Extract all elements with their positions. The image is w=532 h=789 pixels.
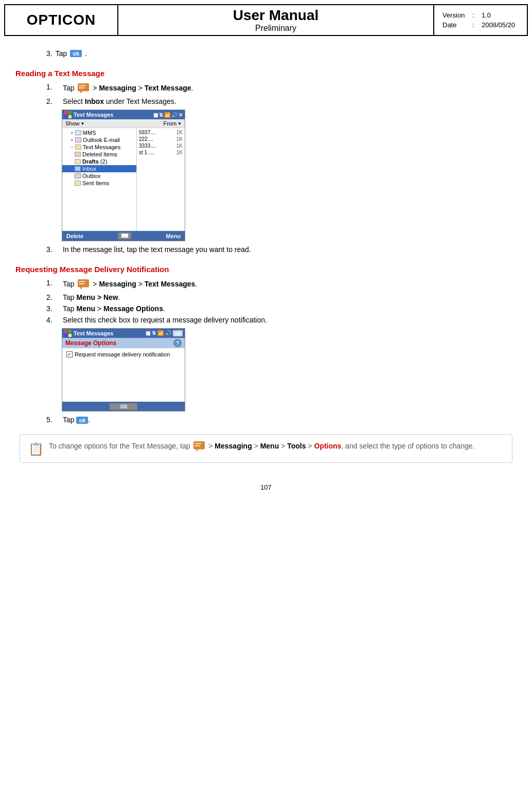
svg-rect-2 bbox=[79, 85, 86, 86]
section2-step1: 1. Tap > Messaging > Text Messages. bbox=[46, 279, 517, 290]
right-item-4: st 1 .... 1K bbox=[137, 149, 185, 156]
section2-step4: 4. Select this check box to request a me… bbox=[46, 316, 517, 324]
tree-item-deleted[interactable]: Deleted Items bbox=[62, 151, 136, 158]
delivery-notification-checkbox[interactable]: ✓ bbox=[66, 351, 73, 357]
step-tap-suffix: . bbox=[85, 49, 87, 58]
s2-step1-content: Tap > Messaging > Text Messages. bbox=[63, 279, 517, 290]
section1-step3: 3. In the message list, tap the text mes… bbox=[46, 245, 517, 254]
svg-rect-6 bbox=[64, 115, 67, 118]
plus-icon: + bbox=[70, 137, 74, 143]
plus-icon: + bbox=[70, 130, 74, 136]
windows-start-icon bbox=[64, 111, 72, 118]
s2-step4-num: 4. bbox=[46, 316, 60, 324]
s2-step1-num: 1. bbox=[46, 279, 60, 287]
s2-step2-content: Tap Menu > New. bbox=[63, 293, 517, 301]
ss-right-panel: 5937.... 1K 222.... 1K 3333.... 1K st 1 … bbox=[137, 128, 185, 231]
tree-item-drafts[interactable]: Drafts (2) bbox=[62, 158, 136, 165]
screenshot-message-options: Text Messages ▦ ⇅ 📶 🔊 ok Message Options… bbox=[62, 328, 517, 411]
ss-toolbar: Show ▼ From ▼ bbox=[62, 119, 185, 128]
ss-opt-spacer bbox=[62, 361, 185, 402]
svg-rect-19 bbox=[195, 445, 201, 446]
step3-content: In the message list, tap the text messag… bbox=[63, 245, 517, 254]
options-highlight: Options bbox=[314, 442, 341, 450]
show-dropdown[interactable]: Show ▼ bbox=[65, 120, 84, 127]
svg-rect-11 bbox=[79, 283, 85, 284]
ok-button-step5: ok bbox=[76, 417, 88, 424]
screenshot-options-window: Text Messages ▦ ⇅ 📶 🔊 ok Message Options… bbox=[62, 328, 185, 411]
tree-item-outbox[interactable]: Outbox bbox=[62, 172, 136, 180]
svg-rect-14 bbox=[64, 334, 67, 337]
date-value: 2008/05/20 bbox=[482, 21, 515, 29]
page-header: OPTICON User Manual Preliminary Version … bbox=[4, 4, 528, 36]
section2-heading: Requesting Message Delivery Notification bbox=[15, 265, 517, 274]
messaging-icon-2 bbox=[78, 279, 89, 290]
title-main: User Manual bbox=[233, 7, 319, 24]
svg-rect-16 bbox=[193, 441, 205, 449]
version-row: Version : 1.0 bbox=[442, 11, 519, 19]
s2-step3-num: 3. bbox=[46, 304, 60, 313]
page-number: 107 bbox=[0, 483, 532, 491]
ss-opt-titlebar: Text Messages ▦ ⇅ 📶 🔊 ok bbox=[62, 329, 185, 338]
svg-rect-13 bbox=[68, 330, 72, 333]
ss-opt-body: ✓ Request message delivery notification bbox=[62, 348, 185, 361]
s2-step5-num: 5. bbox=[46, 416, 60, 424]
section1-step1: 1. Tap > Messaging > Text Message. bbox=[46, 83, 517, 94]
svg-rect-8 bbox=[78, 279, 89, 287]
date-label: Date bbox=[442, 21, 468, 29]
svg-marker-9 bbox=[80, 288, 82, 290]
tree-item-inbox[interactable]: Inbox bbox=[62, 165, 136, 172]
step-tap-ok: 3. Tap ok . bbox=[46, 49, 517, 58]
title-sub: Preliminary bbox=[255, 24, 296, 33]
document-title: User Manual Preliminary bbox=[118, 5, 434, 35]
right-item-1: 5937.... 1K bbox=[137, 129, 185, 136]
step-tap-text: Tap bbox=[56, 49, 67, 58]
windows-start-icon-2 bbox=[64, 330, 72, 337]
s2-step2-num: 2. bbox=[46, 293, 60, 301]
footer-menu[interactable]: Menu bbox=[166, 233, 181, 239]
help-icon[interactable]: ? bbox=[173, 339, 182, 347]
svg-rect-4 bbox=[64, 111, 67, 114]
svg-marker-17 bbox=[196, 450, 198, 452]
step3-num: 3. bbox=[46, 245, 60, 254]
tree-item-sent[interactable]: Sent Items bbox=[62, 180, 136, 187]
ss-opt-icons: ▦ ⇅ 📶 🔊 ok bbox=[146, 330, 183, 336]
section2-step2: 2. Tap Menu > New. bbox=[46, 293, 517, 301]
svg-rect-12 bbox=[64, 330, 67, 333]
footer-keyboard-icon: ⌨ bbox=[118, 232, 131, 239]
tree-item-outlook[interactable]: + Outlook E-mail bbox=[62, 136, 136, 144]
svg-rect-10 bbox=[79, 281, 86, 282]
ok-button-inline: ok bbox=[70, 50, 82, 57]
note-text: To change options for the Text Message, … bbox=[49, 441, 504, 452]
s2-step4-content: Select this check box to request a messa… bbox=[63, 316, 517, 324]
date-row: Date : 2008/05/20 bbox=[442, 21, 519, 29]
svg-rect-15 bbox=[68, 334, 72, 337]
ss-body: + MMS + Outlook E-mail − Text Messa bbox=[62, 128, 185, 231]
step2-content: Select Inbox under Text Messages. bbox=[63, 97, 517, 105]
version-sep: : bbox=[472, 11, 477, 19]
ss-tree: + MMS + Outlook E-mail − Text Messa bbox=[62, 128, 137, 231]
tree-item-mms[interactable]: + MMS bbox=[62, 129, 136, 136]
header-meta: Version : 1.0 Date : 2008/05/20 bbox=[434, 5, 527, 35]
tree-item-textmsgs[interactable]: − Text Messages bbox=[62, 144, 136, 151]
ss-footer: Delete ⌨ Menu bbox=[62, 231, 185, 241]
ss-opt-keyboard-bar: ⌨ bbox=[62, 402, 185, 411]
ss-title-text: Text Messages bbox=[74, 112, 113, 118]
footer-delete[interactable]: Delete bbox=[66, 233, 83, 239]
step-num: 3. bbox=[46, 49, 52, 58]
date-sep: : bbox=[472, 21, 477, 29]
section1-step2: 2. Select Inbox under Text Messages. bbox=[46, 97, 517, 105]
main-content: 3. Tap ok . Reading a Text Message 1. Ta… bbox=[0, 40, 532, 478]
screenshot-main-window: Text Messages ▦ ⇅ 📶 🔊 ✕ Show ▼ From bbox=[62, 110, 185, 241]
ss-titlebar: Text Messages ▦ ⇅ 📶 🔊 ✕ bbox=[62, 110, 185, 119]
step1-num: 1. bbox=[46, 83, 60, 91]
note-box: 📋 To change options for the Text Message… bbox=[20, 434, 512, 463]
from-dropdown[interactable]: From ▼ bbox=[163, 120, 182, 127]
ss-opt-section-label: Message Options bbox=[65, 339, 116, 347]
version-value: 1.0 bbox=[482, 11, 491, 19]
checkbox-label: Request message delivery notification bbox=[75, 351, 170, 357]
ss-opt-title-text: Text Messages bbox=[74, 330, 113, 336]
messaging-icon-note bbox=[193, 441, 205, 452]
messaging-icon-1 bbox=[78, 83, 89, 94]
ok-titlebar-btn[interactable]: ok bbox=[173, 330, 183, 336]
ss-titlebar-icons: ▦ ⇅ 📶 🔊 ✕ bbox=[153, 112, 183, 118]
